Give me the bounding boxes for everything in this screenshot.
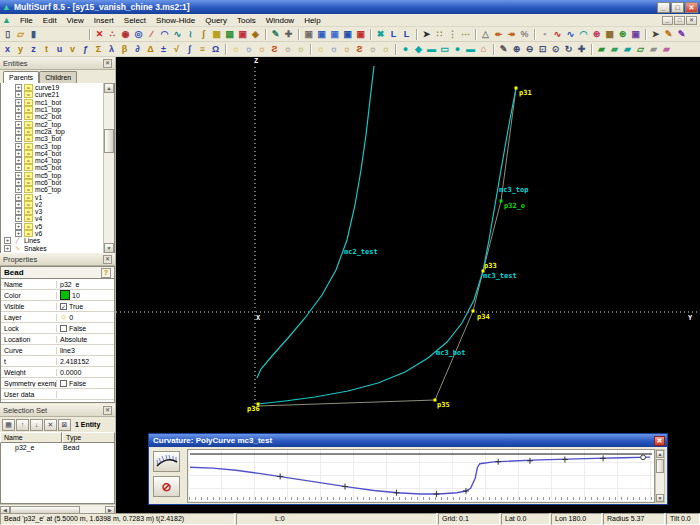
bcurve-tool-icon[interactable]: ∿ xyxy=(171,28,184,41)
menu-select[interactable]: Select xyxy=(119,16,151,25)
maximize-button[interactable]: □ xyxy=(671,2,684,13)
new-file-icon[interactable]: ▯ xyxy=(1,28,14,41)
property-value[interactable]: ✓True xyxy=(57,303,114,310)
orient-icon[interactable]: △ xyxy=(479,28,492,41)
expander-icon[interactable]: + xyxy=(15,99,22,106)
entity-label-p32_e[interactable]: p32_e xyxy=(504,203,525,210)
menu-edit[interactable]: Edit xyxy=(38,16,62,25)
expander-icon[interactable]: + xyxy=(15,135,22,142)
tree-item-mc1_bot[interactable]: +≈mc1_bot xyxy=(1,99,114,106)
tree-item-mc4_bot[interactable]: +≈mc4_bot xyxy=(1,150,114,157)
var-z-icon[interactable]: z xyxy=(27,43,40,56)
leaf-entity-icon[interactable]: ⊛ xyxy=(616,28,629,41)
plusminus-icon[interactable]: ± xyxy=(157,43,170,56)
select-arrow-icon[interactable]: ➤ xyxy=(420,28,433,41)
ring-tool-icon[interactable]: ◉ xyxy=(119,28,132,41)
surface-gray-icon[interactable]: ▰ xyxy=(647,43,660,56)
expander-icon[interactable]: + xyxy=(15,186,22,193)
tree-item-mc6_top[interactable]: +≈mc6_top xyxy=(1,186,114,193)
expander-icon[interactable]: + xyxy=(15,143,22,150)
var-y-icon[interactable]: y xyxy=(14,43,27,56)
snap-grid-icon[interactable]: ∷ xyxy=(433,28,446,41)
rose-entity-icon[interactable]: ⊛ xyxy=(590,28,603,41)
expander-icon[interactable]: + xyxy=(15,150,22,157)
wireframe-view-icon[interactable]: ▣ xyxy=(302,28,315,41)
menu-help[interactable]: Help xyxy=(299,16,325,25)
show-bulb-icon[interactable]: ☼ xyxy=(229,43,242,56)
tree-item-mc1_top[interactable]: +≈mc1_top xyxy=(1,106,114,113)
tree-item-mc2a_top[interactable]: +≈mc2a_top xyxy=(1,128,114,135)
cyan-surface-icon[interactable]: ◠ xyxy=(577,28,590,41)
entities-close-icon[interactable]: ✕ xyxy=(103,59,112,68)
property-value[interactable]: line3 xyxy=(57,347,114,354)
column-type[interactable]: Type xyxy=(62,432,115,443)
plan-view-icon[interactable]: ▣ xyxy=(328,28,341,41)
expander-icon[interactable]: + xyxy=(15,84,22,91)
help-icon[interactable]: ? xyxy=(101,268,111,278)
pencil-orange-icon[interactable]: ✎ xyxy=(662,28,675,41)
move-up-icon[interactable]: ↑ xyxy=(16,419,29,431)
menu-tools[interactable]: Tools xyxy=(232,16,261,25)
ccurve-tool-icon[interactable]: ≀ xyxy=(184,28,197,41)
bead-p31-marker[interactable] xyxy=(515,87,518,90)
next-entity-icon[interactable]: ↠ xyxy=(505,28,518,41)
tree-item-mc2_top[interactable]: +≈mc2_top xyxy=(1,120,114,127)
show-surfaces-bulb-icon[interactable]: ☼ xyxy=(281,43,294,56)
expander-icon[interactable]: + xyxy=(15,172,22,179)
formula-icon[interactable]: ƒ xyxy=(79,43,92,56)
rotate-view-icon[interactable]: ↻ xyxy=(562,43,575,56)
curvature-comb-button[interactable] xyxy=(153,451,180,472)
measure-icon[interactable]: ✎ xyxy=(497,43,510,56)
bead-p32_e-marker[interactable] xyxy=(500,200,503,203)
save-icon[interactable]: ▮ xyxy=(27,28,40,41)
chord-polyline[interactable] xyxy=(258,88,516,406)
surface-green2-icon[interactable]: ▰ xyxy=(608,43,621,56)
expander-icon[interactable]: + xyxy=(15,201,22,208)
entity-label-p35[interactable]: p35 xyxy=(437,402,450,409)
move-down-icon[interactable]: ↓ xyxy=(30,419,43,431)
show-curves-bulb-icon[interactable]: ☼ xyxy=(255,43,268,56)
curv-scroll-down-icon[interactable]: ▼ xyxy=(656,494,664,502)
menu-query[interactable]: Query xyxy=(200,16,232,25)
menu-insert[interactable]: Insert xyxy=(89,16,119,25)
bead-p34-marker[interactable] xyxy=(472,310,475,313)
entity-label-mc3_bot[interactable]: mc3_bot xyxy=(436,350,466,357)
property-value[interactable]: Absolute xyxy=(57,336,114,343)
scroll-up-icon[interactable]: ▲ xyxy=(104,83,114,93)
var-v-icon[interactable]: v xyxy=(66,43,79,56)
tree-item-curve19[interactable]: +≈curve19 xyxy=(1,84,114,91)
expander-icon[interactable]: + xyxy=(15,208,22,215)
surface-cyan-icon[interactable]: ▰ xyxy=(621,43,634,56)
prev-entity-icon[interactable]: ↞ xyxy=(492,28,505,41)
tree-item-mc3_bot[interactable]: +≈mc3_bot xyxy=(1,135,114,142)
entity-label-p34[interactable]: p34 xyxy=(477,314,490,321)
edit-pen-icon[interactable]: ✎ xyxy=(269,28,282,41)
solid-entity-icon[interactable]: ▣ xyxy=(629,28,642,41)
mdi-close-button[interactable]: ✕ xyxy=(686,16,697,25)
properties-close-icon[interactable]: ✕ xyxy=(103,255,112,264)
surface-pink-icon[interactable]: ▰ xyxy=(660,43,673,56)
tree-item-Lines[interactable]: +╱Lines xyxy=(1,237,114,244)
property-value[interactable]: False xyxy=(57,380,114,387)
mdi-restore-button[interactable]: □ xyxy=(674,16,685,25)
layer-one-icon[interactable]: L xyxy=(387,28,400,41)
expander-icon[interactable]: + xyxy=(15,106,22,113)
close-button[interactable]: ✕ xyxy=(685,2,698,13)
table-tool-icon[interactable]: ▤ xyxy=(223,28,236,41)
show-snakes-icon[interactable]: Ƨ xyxy=(268,43,281,56)
zoom-in-icon[interactable]: ⊕ xyxy=(510,43,523,56)
hide-bulb-icon[interactable]: ☼ xyxy=(314,43,327,56)
snap-all-icon[interactable]: ⋯ xyxy=(459,28,472,41)
menu-view[interactable]: View xyxy=(62,16,89,25)
color-swatch[interactable] xyxy=(60,290,70,300)
blank-entity-icon[interactable]: ▪ xyxy=(538,28,551,41)
tree-item-v2[interactable]: +≈v2 xyxy=(1,201,114,208)
checkbox-icon[interactable] xyxy=(60,325,67,332)
expander-icon[interactable]: + xyxy=(15,194,22,201)
delta-icon[interactable]: Δ xyxy=(144,43,157,56)
expander-icon[interactable]: + xyxy=(15,128,22,135)
relative-point-icon[interactable]: ∴ xyxy=(106,28,119,41)
mdi-minimize-button[interactable]: _ xyxy=(662,16,673,25)
entity-label-mc3_top[interactable]: mc3_top xyxy=(499,187,529,194)
expander-icon[interactable]: + xyxy=(15,121,22,128)
